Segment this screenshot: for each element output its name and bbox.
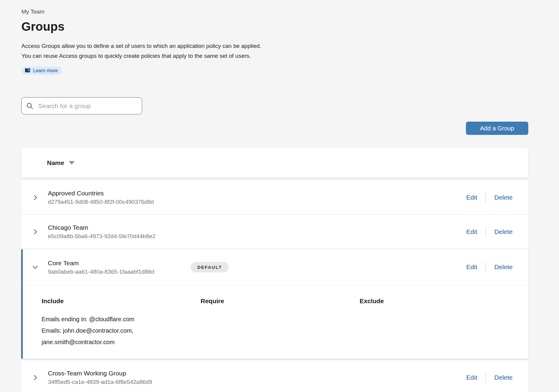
table-row: Cross-Team Working Group 34ff5ed5-ca1e-4… [21, 360, 528, 392]
delete-link[interactable]: Delete [494, 374, 513, 381]
delete-link[interactable]: Delete [494, 263, 513, 271]
rows-group-2: Cross-Team Working Group 34ff5ed5-ca1e-4… [21, 360, 528, 392]
expand-row-button[interactable] [32, 228, 48, 235]
edit-link[interactable]: Edit [466, 374, 477, 381]
include-column-header: Include [42, 297, 201, 305]
group-name: Core Team [48, 259, 162, 267]
learn-more-label: Learn more [33, 68, 58, 73]
group-id: 9ab0abeb-aa61-480a-8365-1faaabf1d88d [48, 269, 162, 275]
rule-column-headers: Include Require Exclude [42, 297, 514, 305]
delete-link[interactable]: Delete [494, 194, 513, 201]
delete-link[interactable]: Delete [494, 228, 513, 235]
group-name-block: Cross-Team Working Group 34ff5ed5-ca1e-4… [48, 369, 152, 385]
table-header-row: Name [21, 148, 528, 177]
expanded-row-core-team: Core Team 9ab0abeb-aa61-480a-8365-1faaab… [21, 249, 528, 359]
add-group-button[interactable]: Add a Group [466, 122, 528, 135]
expand-row-button[interactable] [32, 194, 48, 201]
search-input[interactable] [38, 102, 138, 110]
row-actions: Edit Delete [466, 372, 513, 383]
row-actions: Edit Delete [466, 226, 513, 237]
group-id: d279a451-9d08-4850-8f2f-00c490376d8d [48, 199, 154, 205]
edit-link[interactable]: Edit [466, 263, 477, 271]
book-icon [25, 68, 30, 73]
chevron-right-icon [32, 374, 39, 381]
edit-link[interactable]: Edit [466, 194, 477, 201]
action-divider [486, 192, 486, 203]
include-rules-list: Emails ending in: @cloudflare.com Emails… [42, 313, 192, 348]
expand-row-button[interactable] [32, 374, 48, 381]
row-actions: Edit Delete [466, 262, 513, 272]
edit-link[interactable]: Edit [466, 228, 477, 235]
rule-details: Include Require Exclude Emails ending in… [23, 285, 528, 359]
group-id: 34ff5ed5-ca1e-4839-ad1a-6f8e542a86d9 [48, 379, 152, 385]
chevron-right-icon [32, 228, 39, 235]
learn-more-button[interactable]: Learn more [21, 67, 62, 75]
chevron-down-icon [32, 263, 39, 271]
page-title: Groups [21, 19, 528, 34]
description-line-1: Access Groups allow you to define a set … [21, 41, 528, 51]
search-icon [26, 102, 34, 110]
include-rule: Emails: john.doe@contractor.com, jane.sm… [42, 325, 192, 348]
action-divider [486, 226, 486, 237]
action-divider [486, 262, 486, 272]
table-row: Core Team 9ab0abeb-aa61-480a-8365-1faaab… [23, 249, 528, 285]
chevron-right-icon [32, 194, 39, 201]
description-line-2: You can reuse Access groups to quickly c… [21, 51, 528, 61]
sort-desc-icon[interactable] [69, 161, 75, 165]
group-name: Chicago Team [48, 224, 155, 231]
group-name-block: Core Team 9ab0abeb-aa61-480a-8365-1faaab… [48, 259, 162, 275]
require-column-header: Require [201, 297, 360, 305]
group-name-block: Chicago Team e5c09a8b-5ba6-4973-92d4-5fe… [48, 224, 155, 240]
exclude-column-header: Exclude [360, 297, 514, 305]
group-name: Approved Countries [48, 189, 154, 197]
table-row: Approved Countries d279a451-9d08-4850-8f… [21, 180, 528, 214]
name-column-header[interactable]: Name [47, 159, 64, 166]
toolbar-actions: Add a Group [21, 122, 528, 135]
breadcrumb: My Team [21, 8, 528, 15]
groups-table: Name Approved Countries d279a451-9d08-48… [21, 148, 528, 392]
action-divider [486, 372, 486, 383]
main-content: My Team Groups Access Groups allow you t… [21, 0, 528, 392]
group-name: Cross-Team Working Group [48, 369, 152, 377]
search-box [21, 97, 142, 114]
rows-group-1: Approved Countries d279a451-9d08-4850-8f… [21, 180, 528, 249]
group-name-block: Approved Countries d279a451-9d08-4850-8f… [48, 189, 154, 205]
page-description: Access Groups allow you to define a set … [21, 41, 528, 61]
default-badge: DEFAULT [191, 262, 229, 272]
include-rule: Emails ending in: @cloudflare.com [42, 313, 192, 325]
collapse-row-button[interactable] [32, 263, 48, 271]
table-row: Chicago Team e5c09a8b-5ba6-4973-92d4-5fe… [21, 214, 528, 249]
row-actions: Edit Delete [466, 192, 513, 203]
group-id: e5c09a8b-5ba6-4973-92d4-5fe70d44b8e2 [48, 233, 155, 240]
